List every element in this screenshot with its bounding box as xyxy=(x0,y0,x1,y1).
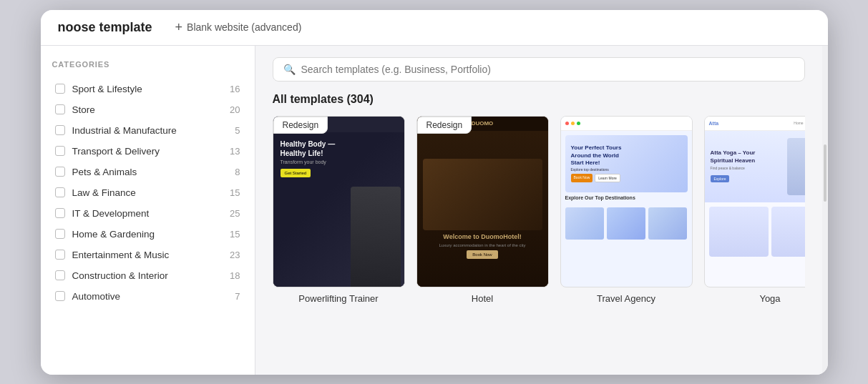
add-blank-button[interactable]: + Blank website (advanced) xyxy=(175,20,302,35)
category-item-4[interactable]: Pets & Animals 8 xyxy=(52,162,243,182)
search-icon: 🔍 xyxy=(283,64,296,75)
category-count-2: 5 xyxy=(235,125,240,136)
yoga-hero-text: Atta Yoga – YourSpiritual Heaven Find pe… xyxy=(711,149,781,183)
category-checkbox-8[interactable] xyxy=(55,250,65,260)
travel-primary-btn: Book Now xyxy=(571,174,593,182)
travel-hero-text: Your Perfect ToursAround the WorldStart … xyxy=(571,144,622,182)
category-count-0: 16 xyxy=(230,84,240,94)
template-preview-yoga: Atta Home About Classes Atta Yoga – Your… xyxy=(704,116,805,287)
plus-icon: + xyxy=(175,20,183,35)
yoga-nav-item-1: Home xyxy=(794,121,803,125)
category-checkbox-4[interactable] xyxy=(55,167,65,177)
template-card-powerlifting[interactable]: Redesign Healthy Body —Healthy Life! Tra… xyxy=(273,116,405,304)
category-checkbox-0[interactable] xyxy=(55,84,65,94)
travel-browser-header xyxy=(561,117,692,131)
category-count-7: 15 xyxy=(230,229,240,240)
search-bar[interactable]: 🔍 xyxy=(273,57,805,82)
pl-hero: Healthy Body —Healthy Life! Transform yo… xyxy=(273,132,404,287)
search-input[interactable] xyxy=(301,64,794,75)
yoga-nav: Home About Classes xyxy=(794,121,804,125)
travel-body: Your Perfect ToursAround the WorldStart … xyxy=(561,131,692,287)
sidebar: CATEGORIES Sport & Lifestyle 16 Store 20… xyxy=(41,46,255,375)
category-checkbox-3[interactable] xyxy=(55,146,65,156)
hotel-body: Welcome to DuomoHotel! Luxury accommodat… xyxy=(417,131,548,287)
content-area: 🔍 All templates (304) Redesign xyxy=(255,46,822,375)
category-checkbox-2[interactable] xyxy=(55,125,65,135)
category-count-4: 8 xyxy=(235,167,240,177)
redesign-badge-powerlifting: Redesign xyxy=(273,117,328,134)
template-name-travel: Travel Agency xyxy=(560,293,693,304)
template-preview-hotel: Redesign DUOMO Welcome to DuomoHotel! Lu… xyxy=(416,116,549,287)
category-item-0[interactable]: Sport & Lifestyle 16 xyxy=(52,79,243,99)
template-preview-travel: Your Perfect ToursAround the WorldStart … xyxy=(560,116,693,287)
category-count-1: 20 xyxy=(230,104,240,115)
template-name-yoga: Yoga xyxy=(704,293,805,304)
category-count-10: 7 xyxy=(235,291,240,302)
category-name-8: Entertainment & Music xyxy=(72,250,225,260)
pl-figure xyxy=(351,187,401,287)
category-name-5: Law & Finance xyxy=(72,187,225,198)
category-name-1: Store xyxy=(72,104,225,115)
header: noose template + Blank website (advanced… xyxy=(41,10,828,46)
template-name-powerlifting: Powerlifting Trainer xyxy=(273,293,405,304)
category-name-0: Sport & Lifestyle xyxy=(72,84,225,94)
travel-hero-title: Your Perfect ToursAround the WorldStart … xyxy=(571,144,622,167)
scrollbar-track[interactable] xyxy=(822,46,828,375)
category-name-7: Home & Gardening xyxy=(72,229,225,240)
yoga-hero: Atta Yoga – YourSpiritual Heaven Find pe… xyxy=(705,131,805,202)
category-checkbox-7[interactable] xyxy=(55,229,65,239)
category-checkbox-9[interactable] xyxy=(55,270,65,280)
template-name-hotel: Hotel xyxy=(416,293,549,304)
yoga-card2-1 xyxy=(709,207,769,257)
category-checkbox-10[interactable] xyxy=(55,291,65,301)
category-item-9[interactable]: Construction & Interior 18 xyxy=(52,265,243,286)
yoga-hero-sub: Find peace & balance xyxy=(711,166,781,170)
template-card-hotel[interactable]: Redesign DUOMO Welcome to DuomoHotel! Lu… xyxy=(416,116,549,304)
scrollbar-thumb[interactable] xyxy=(824,144,826,202)
templates-heading: All templates (304) xyxy=(273,93,805,106)
pl-title: Healthy Body —Healthy Life! xyxy=(281,139,397,158)
category-count-8: 23 xyxy=(230,250,240,260)
travel-card-1 xyxy=(565,207,604,240)
category-item-7[interactable]: Home & Gardening 15 xyxy=(52,224,243,245)
travel-section-title: Explore Our Top Destinations xyxy=(565,192,688,203)
template-preview-powerlifting: Redesign Healthy Body —Healthy Life! Tra… xyxy=(273,116,405,287)
category-item-8[interactable]: Entertainment & Music 23 xyxy=(52,245,243,265)
category-item-6[interactable]: IT & Development 25 xyxy=(52,203,243,224)
category-count-6: 25 xyxy=(230,208,240,219)
category-item-2[interactable]: Industrial & Manufacture 5 xyxy=(52,120,243,141)
category-checkbox-1[interactable] xyxy=(55,104,65,114)
yoga-hero-title: Atta Yoga – YourSpiritual Heaven xyxy=(711,149,781,164)
category-name-2: Industrial & Manufacture xyxy=(72,125,230,136)
yoga-card2-2 xyxy=(771,207,805,257)
template-card-travel[interactable]: Your Perfect ToursAround the WorldStart … xyxy=(560,116,693,304)
category-item-1[interactable]: Store 20 xyxy=(52,99,243,120)
templates-grid: Redesign Healthy Body —Healthy Life! Tra… xyxy=(273,116,805,310)
travel-cta-btns: Book Now Learn More xyxy=(571,174,622,182)
category-name-3: Transport & Delivery xyxy=(72,146,225,157)
category-item-10[interactable]: Automotive 7 xyxy=(52,286,243,307)
yoga-section2 xyxy=(705,202,805,261)
travel-secondary-btn: Learn More xyxy=(595,174,620,182)
add-blank-label: Blank website (advanced) xyxy=(187,21,301,33)
yoga-hero-img xyxy=(787,138,805,195)
hotel-title: Welcome to DuomoHotel! xyxy=(443,233,521,240)
category-item-3[interactable]: Transport & Delivery 13 xyxy=(52,141,243,162)
yoga-hero-btn: Explore xyxy=(711,175,730,182)
yoga-body: Atta Yoga – YourSpiritual Heaven Find pe… xyxy=(705,131,805,287)
pl-cta-btn: Get Started xyxy=(281,169,311,177)
travel-card-2 xyxy=(607,207,645,240)
category-name-6: IT & Development xyxy=(72,208,225,219)
category-item-5[interactable]: Law & Finance 15 xyxy=(52,182,243,203)
category-checkbox-6[interactable] xyxy=(55,208,65,218)
yoga-logo: Atta xyxy=(709,121,719,126)
hotel-subtitle: Luxury accommodation in the heart of the… xyxy=(439,243,525,247)
category-count-5: 15 xyxy=(230,187,240,198)
travel-cards xyxy=(565,207,688,240)
category-name-4: Pets & Animals xyxy=(72,167,230,177)
app-logo: noose template xyxy=(58,20,152,35)
template-card-yoga[interactable]: Atta Home About Classes Atta Yoga – Your… xyxy=(704,116,805,304)
category-name-10: Automotive xyxy=(72,291,230,302)
category-checkbox-5[interactable] xyxy=(55,187,65,197)
hotel-btn: Book Now xyxy=(467,250,497,259)
